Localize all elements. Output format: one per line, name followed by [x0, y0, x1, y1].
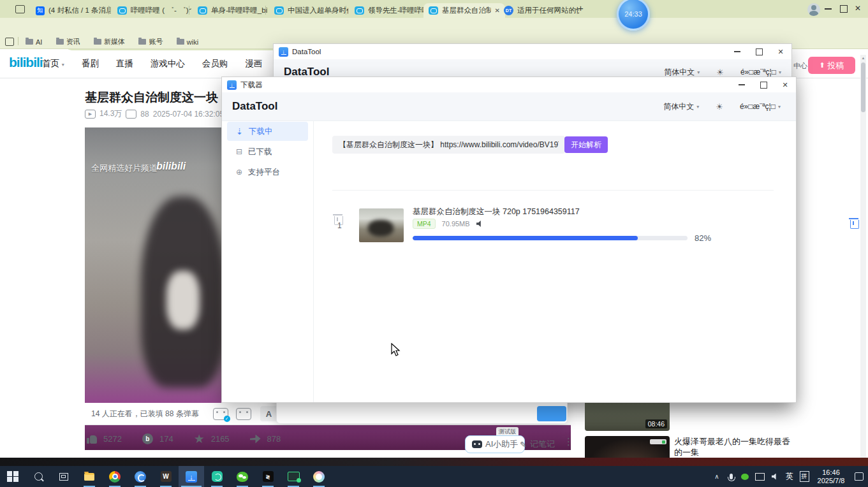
- browser-close-button[interactable]: ✕: [855, 4, 861, 13]
- nav-game-center[interactable]: 游戏中心: [151, 58, 185, 69]
- datatool-taskbar-icon[interactable]: ↓: [179, 466, 204, 487]
- header-center-label: 中心: [793, 61, 807, 71]
- upload-icon: ⬆: [819, 61, 825, 69]
- wechat-icon[interactable]: [230, 466, 255, 487]
- window-titlebar[interactable]: ↓ DataTool: [274, 44, 791, 59]
- scrollbar-arrow-icon[interactable]: ▲: [862, 56, 865, 60]
- file-explorer-icon[interactable]: [77, 466, 102, 487]
- check-icon: ✓: [224, 416, 230, 422]
- tray-expand-icon[interactable]: ∧: [710, 466, 724, 487]
- ime-language-indicator[interactable]: 英: [783, 466, 797, 487]
- browser-tab[interactable]: DT 适用于任何网站的快速: [499, 3, 584, 18]
- danmaku-font-icon[interactable]: A: [266, 409, 272, 419]
- display-tray-icon[interactable]: [752, 466, 767, 487]
- microphone-icon[interactable]: [724, 466, 738, 487]
- minimize-button[interactable]: [731, 77, 753, 92]
- bookmark-folder[interactable]: AI: [26, 38, 42, 46]
- minimize-button[interactable]: [726, 44, 748, 59]
- volume-icon[interactable]: [767, 466, 783, 487]
- browser-tab[interactable]: 中国进入超单身时代_哔: [269, 3, 353, 18]
- scrollbar-thumb[interactable]: [861, 62, 865, 112]
- sidebar-item-downloading[interactable]: ⇣ 下载中: [227, 122, 308, 141]
- browser-tab[interactable]: 知 (4 封私信 / 1 条消息): [31, 3, 116, 18]
- format-badge: MP4: [413, 219, 436, 229]
- share-icon[interactable]: [250, 435, 261, 444]
- row-index: 1: [337, 221, 342, 230]
- wechat-tray-icon[interactable]: [738, 466, 752, 487]
- close-button[interactable]: ✕: [770, 44, 791, 59]
- like-icon[interactable]: [87, 434, 97, 444]
- more-options-icon[interactable]: ⋮: [564, 436, 573, 447]
- nav-live[interactable]: 直播: [116, 58, 133, 69]
- notification-center-icon[interactable]: [850, 466, 868, 487]
- taskbar-search-icon[interactable]: [26, 466, 51, 487]
- green-app-icon[interactable]: [204, 466, 230, 487]
- bookmark-folder[interactable]: 新媒体: [94, 37, 125, 47]
- nav-vip-shop[interactable]: 会员购: [202, 58, 228, 69]
- browser-maximize-button[interactable]: [840, 5, 848, 13]
- chevron-down-icon: ▾: [779, 69, 781, 75]
- browser-tab[interactable]: 领导先生-哔哩哔哩_bi: [349, 3, 431, 18]
- folder-icon: [177, 39, 184, 45]
- folder-icon: [56, 39, 64, 45]
- maximize-button[interactable]: [748, 44, 770, 59]
- ime-pinyin-icon[interactable]: 拼: [797, 466, 812, 487]
- coin-icon[interactable]: b: [142, 433, 153, 444]
- parse-button[interactable]: 开始解析: [564, 136, 608, 153]
- start-button[interactable]: [0, 466, 26, 487]
- browser-tab[interactable]: 单身-哔哩哔哩_bilibili: [193, 3, 273, 18]
- folder-icon: [138, 39, 146, 45]
- audio-icon[interactable]: [476, 221, 483, 227]
- close-button[interactable]: ✕: [774, 77, 796, 92]
- bilibili-favicon: [355, 6, 364, 15]
- downloader-sidebar: ⇣ 下载中 ⊟ 已下载 ⊕ 支持平台: [222, 120, 314, 402]
- blue-browser-icon[interactable]: [128, 466, 153, 487]
- capcut-icon[interactable]: ≷: [255, 466, 281, 487]
- danmaku-settings-icon[interactable]: [236, 408, 251, 420]
- tray-date: 2025/7/8: [818, 477, 845, 485]
- page-scrollbar[interactable]: ▲: [860, 55, 866, 458]
- browser-tab-active[interactable]: 基层群众自治制度 ✕: [423, 3, 505, 18]
- ai-assistant-button[interactable]: AI小助手: [465, 435, 525, 453]
- language-selector[interactable]: 简体中文▾: [663, 101, 699, 112]
- danmaku-list-icon[interactable]: ✓: [213, 408, 228, 420]
- bookmark-folder[interactable]: wiki: [177, 38, 198, 46]
- theme-mode-selector[interactable]: é»□æ¨ªç¦□▾: [740, 102, 781, 111]
- theme-mode-selector[interactable]: é»□æ¨ªç¦□▾: [740, 68, 781, 76]
- window-titlebar[interactable]: ↓ 下载器: [222, 77, 796, 92]
- language-selector[interactable]: 简体中文▾: [664, 67, 700, 78]
- downloader-window[interactable]: ↓ 下载器 ✕ DataTool 简体中文▾ ☀ é»□æ¨ªç¦□▾ ⇣ 下载…: [221, 76, 797, 403]
- nav-home[interactable]: 首页 ▾: [42, 58, 64, 69]
- sidebar-item-downloaded[interactable]: ⊟ 已下载: [227, 142, 308, 161]
- dialog-action-button[interactable]: [537, 406, 566, 421]
- new-tab-button[interactable]: +: [578, 3, 584, 13]
- nav-bangumi[interactable]: 番剧: [82, 58, 99, 69]
- clock[interactable]: 16:46 2025/7/8: [812, 466, 850, 487]
- task-view-icon[interactable]: [51, 466, 77, 487]
- theme-toggle-icon[interactable]: ☀: [716, 102, 723, 112]
- screen-share-icon[interactable]: [281, 466, 306, 487]
- browser-minimize-button[interactable]: [825, 8, 832, 10]
- url-input[interactable]: 【基层群众自治制度这一块】 https://www.bilibili.com/v…: [332, 136, 565, 154]
- browser-tab[interactable]: 哔哩哔哩 ( ゜- ゜)つロ: [112, 3, 196, 18]
- sidebar-toggle-icon[interactable]: [5, 38, 14, 46]
- browser-avatar[interactable]: [807, 3, 820, 16]
- sidebar-item-supported-platforms[interactable]: ⊕ 支持平台: [227, 163, 308, 182]
- bilibili-logo[interactable]: bilibili: [9, 55, 43, 70]
- bookmark-folder[interactable]: 账号: [138, 37, 163, 47]
- note-icon: ✎: [520, 440, 527, 449]
- share-count: 878: [267, 434, 281, 444]
- related-video-title[interactable]: 火爆泽哥最老八的一集吃得最香的一集: [674, 436, 790, 458]
- tab-search-icon[interactable]: [15, 5, 25, 13]
- note-button[interactable]: ✎ 记笔记: [520, 439, 555, 450]
- bookmark-folder[interactable]: 资讯: [56, 37, 80, 47]
- wps-icon[interactable]: W: [153, 466, 179, 487]
- delete-download-icon[interactable]: [850, 220, 859, 229]
- maximize-button[interactable]: [753, 77, 774, 92]
- upload-button[interactable]: ⬆ 投稿: [808, 57, 855, 74]
- favorite-icon[interactable]: ★: [194, 433, 205, 444]
- theme-toggle-icon[interactable]: ☀: [716, 68, 724, 77]
- chrome-icon[interactable]: [102, 466, 128, 487]
- nav-manga[interactable]: 漫画: [245, 58, 262, 69]
- colorful-app-icon[interactable]: [306, 466, 332, 487]
